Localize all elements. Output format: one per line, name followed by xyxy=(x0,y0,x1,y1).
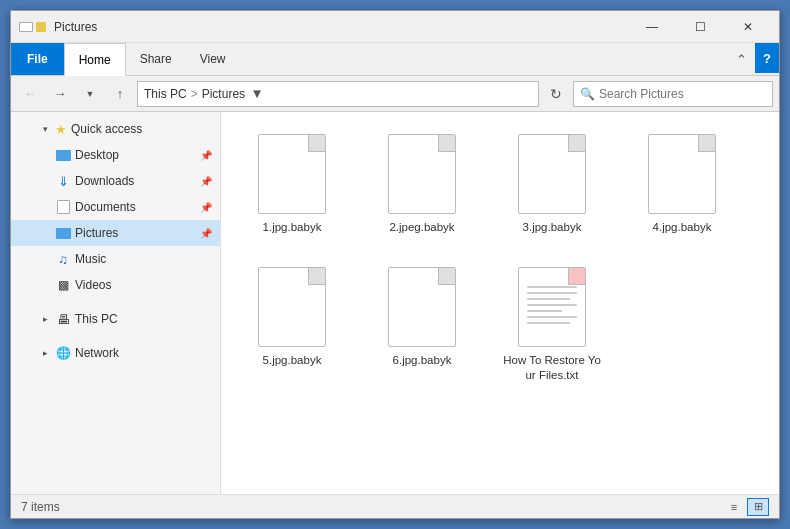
pin-icon-documents: 📌 xyxy=(200,202,212,213)
tab-file[interactable]: File xyxy=(11,43,64,75)
sidebar-item-documents[interactable]: Documents 📌 xyxy=(11,194,220,220)
forward-button[interactable]: → xyxy=(47,81,73,107)
file-icon-5 xyxy=(252,267,332,347)
tab-view[interactable]: View xyxy=(186,43,240,75)
this-pc-icon: 🖶 xyxy=(55,311,71,327)
pin-icon-desktop: 📌 xyxy=(200,150,212,161)
title-icon-folder xyxy=(36,22,46,32)
explorer-window: Pictures — ☐ ✕ File Home Share View ⌃ ? … xyxy=(10,10,780,519)
file-name-7: How To Restore Your Files.txt xyxy=(503,353,601,383)
close-button[interactable]: ✕ xyxy=(725,12,771,42)
file-name-6: 6.jpg.babyk xyxy=(393,353,452,368)
title-bar: Pictures — ☐ ✕ xyxy=(11,11,779,43)
file-page-6 xyxy=(388,267,456,347)
address-path[interactable]: This PC > Pictures ▼ xyxy=(137,81,539,107)
maximize-button[interactable]: ☐ xyxy=(677,12,723,42)
path-sep1: > xyxy=(191,87,198,101)
pin-icon-pictures: 📌 xyxy=(200,228,212,239)
list-view-button[interactable]: ≡ xyxy=(723,498,745,516)
file-icon-2 xyxy=(382,134,462,214)
up-button[interactable]: ↑ xyxy=(107,81,133,107)
search-box[interactable]: 🔍 xyxy=(573,81,773,107)
minimize-button[interactable]: — xyxy=(629,12,675,42)
file-page-2 xyxy=(388,134,456,214)
file-name-2: 2.jpeg.babyk xyxy=(389,220,454,235)
ribbon-tabs: File Home Share View ⌃ ? xyxy=(11,43,779,75)
sidebar-item-videos[interactable]: ▩ Videos xyxy=(11,272,220,298)
address-bar: ← → ▼ ↑ This PC > Pictures ▼ ↻ 🔍 xyxy=(11,76,779,112)
path-pictures: Pictures xyxy=(202,87,245,101)
text-line xyxy=(527,316,577,318)
list-item[interactable]: 4.jpg.babyk xyxy=(627,128,737,241)
sidebar-item-music[interactable]: ♫ Music xyxy=(11,246,220,272)
sidebar-item-this-pc[interactable]: 🖶 This PC xyxy=(11,306,220,332)
quick-access-chevron xyxy=(39,123,51,135)
music-icon: ♫ xyxy=(55,251,71,267)
search-input[interactable] xyxy=(599,87,766,101)
file-name-3: 3.jpg.babyk xyxy=(523,220,582,235)
window-title: Pictures xyxy=(54,20,629,34)
quick-access-label: Quick access xyxy=(71,122,142,136)
file-grid: 1.jpg.babyk 2.jpeg.babyk 3.jpg.babyk xyxy=(237,128,763,389)
file-name-5: 5.jpg.babyk xyxy=(263,353,322,368)
text-line xyxy=(527,322,570,324)
help-button[interactable]: ? xyxy=(755,43,779,73)
title-icon xyxy=(19,22,46,32)
file-page-7 xyxy=(518,267,586,347)
quick-access-icon: ★ xyxy=(55,122,67,137)
list-item[interactable]: 6.jpg.babyk xyxy=(367,261,477,389)
pin-icon-downloads: 📌 xyxy=(200,176,212,187)
list-item[interactable]: How To Restore Your Files.txt xyxy=(497,261,607,389)
file-name-1: 1.jpg.babyk xyxy=(263,220,322,235)
refresh-button[interactable]: ↻ xyxy=(543,81,569,107)
sidebar-item-network[interactable]: 🌐 Network xyxy=(11,340,220,366)
file-area: 1.jpg.babyk 2.jpeg.babyk 3.jpg.babyk xyxy=(221,112,779,494)
file-page-5 xyxy=(258,267,326,347)
window-controls: — ☐ ✕ xyxy=(629,12,771,42)
tab-home[interactable]: Home xyxy=(64,43,126,76)
list-item[interactable]: 5.jpg.babyk xyxy=(237,261,347,389)
network-chevron xyxy=(39,347,51,359)
videos-icon: ▩ xyxy=(55,277,71,293)
file-icon-3 xyxy=(512,134,592,214)
list-item[interactable]: 3.jpg.babyk xyxy=(497,128,607,241)
sidebar: ★ Quick access Desktop 📌 ⇓ Downloads 📌 xyxy=(11,112,221,494)
file-name-4: 4.jpg.babyk xyxy=(653,220,712,235)
documents-icon xyxy=(55,199,71,215)
network-label: Network xyxy=(75,346,119,360)
ribbon: File Home Share View ⌃ ? xyxy=(11,43,779,76)
this-pc-chevron xyxy=(39,313,51,325)
back-button[interactable]: ← xyxy=(17,81,43,107)
this-pc-label: This PC xyxy=(75,312,118,326)
file-page-3 xyxy=(518,134,586,214)
file-page-1 xyxy=(258,134,326,214)
sidebar-item-desktop[interactable]: Desktop 📌 xyxy=(11,142,220,168)
path-dropdown[interactable]: ▼ xyxy=(249,81,265,107)
text-line xyxy=(527,286,577,288)
list-item[interactable]: 1.jpg.babyk xyxy=(237,128,347,241)
desktop-folder-icon xyxy=(55,147,71,163)
tab-share[interactable]: Share xyxy=(126,43,186,75)
main-content: ★ Quick access Desktop 📌 ⇓ Downloads 📌 xyxy=(11,112,779,494)
path-this-pc: This PC xyxy=(144,87,187,101)
downloads-label: Downloads xyxy=(75,174,134,188)
list-item[interactable]: 2.jpeg.babyk xyxy=(367,128,477,241)
view-controls: ≡ ⊞ xyxy=(723,498,769,516)
grid-view-button[interactable]: ⊞ xyxy=(747,498,769,516)
sidebar-item-quick-access[interactable]: ★ Quick access xyxy=(11,116,220,142)
desktop-label: Desktop xyxy=(75,148,119,162)
file-icon-6 xyxy=(382,267,462,347)
recent-locations-button[interactable]: ▼ xyxy=(77,81,103,107)
file-icon-7 xyxy=(512,267,592,347)
sidebar-item-pictures[interactable]: Pictures 📌 xyxy=(11,220,220,246)
pictures-folder-icon xyxy=(55,225,71,241)
sidebar-item-downloads[interactable]: ⇓ Downloads 📌 xyxy=(11,168,220,194)
videos-label: Videos xyxy=(75,278,111,292)
ribbon-collapse[interactable]: ⌃ xyxy=(728,43,755,75)
search-icon: 🔍 xyxy=(580,87,595,101)
file-page-4 xyxy=(648,134,716,214)
text-line xyxy=(527,298,570,300)
documents-label: Documents xyxy=(75,200,136,214)
music-label: Music xyxy=(75,252,106,266)
text-line xyxy=(527,310,562,312)
